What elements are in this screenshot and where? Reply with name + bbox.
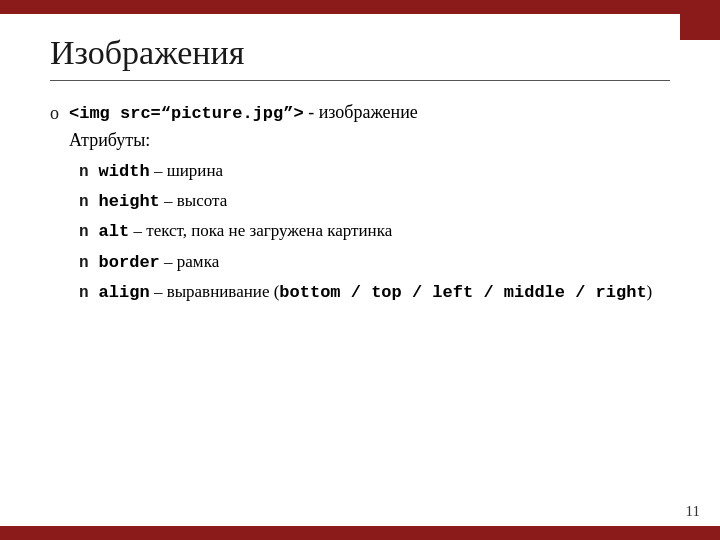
main-list-item: o <img src=“picture.jpg”> - изображение …	[50, 99, 670, 309]
attributes-label: Атрибуты:	[69, 130, 150, 150]
attr-border-text: border – рамка	[99, 249, 220, 276]
slide-number: 11	[686, 503, 700, 520]
slide-content: Изображения o <img src=“picture.jpg”> - …	[40, 14, 680, 526]
attr-border: n border – рамка	[79, 249, 670, 276]
attr-height: n height – высота	[79, 188, 670, 215]
attr-align: n align – выравнивание (bottom / top / l…	[79, 279, 670, 306]
top-bar	[0, 0, 720, 14]
slide-title: Изображения	[50, 34, 670, 72]
bottom-bar	[0, 526, 720, 540]
attr-alt: n alt – текст, пока не загружена картинк…	[79, 218, 670, 245]
attr-height-text: height – высота	[99, 188, 228, 215]
bullet-n-border: n	[79, 251, 89, 276]
bullet-n-height: n	[79, 190, 89, 215]
main-item-text: <img src=“picture.jpg”> - изображение Ат…	[69, 99, 670, 309]
corner-accent	[680, 0, 720, 40]
bullet-n-alt: n	[79, 220, 89, 245]
attr-align-text: align – выравнивание (bottom / top / lef…	[99, 279, 653, 306]
img-tag: <img src=“picture.jpg”>	[69, 104, 304, 123]
attr-width: n width – ширина	[79, 158, 670, 185]
img-description: - изображение	[304, 102, 418, 122]
attr-width-text: width – ширина	[99, 158, 223, 185]
title-divider	[50, 80, 670, 81]
attr-alt-text: alt – текст, пока не загружена картинка	[99, 218, 393, 245]
main-list: o <img src=“picture.jpg”> - изображение …	[50, 99, 670, 309]
bullet-n-align: n	[79, 281, 89, 306]
bullet-o: o	[50, 100, 59, 127]
attributes-list: n width – ширина n height – высота n alt…	[79, 158, 670, 307]
bullet-n-width: n	[79, 160, 89, 185]
